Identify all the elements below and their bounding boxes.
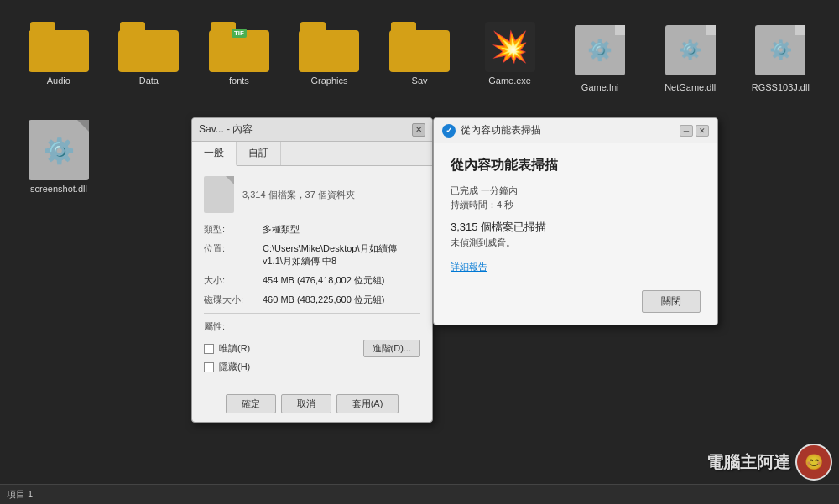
scan-titlebar-buttons: ─ ✕ [680,125,709,137]
folder-graphics-icon [299,22,359,72]
folder-data[interactable]: Data [107,15,191,99]
folder-data-label: Data [139,75,159,86]
prop-size-value: 454 MB (476,418,002 位元組) [263,274,420,287]
cancel-button[interactable]: 取消 [281,394,331,413]
scan-shield-icon: ✓ [442,124,456,138]
prop-location-label: 位置: [204,242,263,255]
scan-close-button-main[interactable]: 關閉 [642,290,701,313]
prop-location-value: C:\Users\Mike\Desktop\月如續傳v1.1\月如續傳 中8 [263,242,420,268]
scan-report-link[interactable]: 詳細報告 [451,262,487,272]
scan-minimize-button[interactable]: ─ [680,125,693,137]
folder-fonts[interactable]: TIF fonts [197,15,281,99]
status-text: 項目 1 [7,488,33,501]
prop-type-value: 多種類型 [263,223,420,236]
dialog-scan-title: 從內容功能表掃描 [461,123,680,138]
dialog-scan-body: 從內容功能表掃描 已完成 一分鐘內 持續時間：4 秒 3,315 個檔案已掃描 … [434,143,717,287]
folder-audio-label: Audio [47,75,70,86]
file-preview-desc: 3,314 個檔案，37 個資料夾 [242,189,355,201]
attr-readonly-label: 唯讀(R) [219,342,250,355]
prop-disk-size-value: 460 MB (483,225,600 位元組) [263,294,420,306]
prop-disk-size: 磁碟大小: 460 MB (483,225,600 位元組) [204,294,420,306]
attr-hidden-checkbox[interactable] [204,362,214,372]
scan-main-title: 從內容功能表掃描 [451,157,701,174]
rgss-dll-icon-bg: ⚙️ [755,25,805,75]
game-ini-icon-bg: ⚙️ [575,25,625,75]
watermark-text: 電腦主阿達 [706,451,790,474]
properties-table: 類型: 多種類型 位置: C:\Users\Mike\Desktop\月如續傳v… [204,223,420,306]
file-game-ini-label: Game.Ini [581,82,619,92]
file-rgss-dll-label: RGSS103J.dll [752,82,810,92]
folder-data-icon [118,22,179,72]
scan-completed-line: 已完成 一分鐘內 [451,184,701,197]
file-game-exe[interactable]: 💥 Game.exe [468,15,552,99]
ok-button[interactable]: 確定 [226,394,276,413]
folder-graphics-label: Graphics [310,75,347,86]
dialog-properties-footer: 確定 取消 套用(A) [192,387,432,422]
file-preview: 3,314 個檔案，37 個資料夾 [204,176,420,213]
folder-fonts-icon: TIF [209,22,269,72]
scan-close-button[interactable]: ✕ [696,125,709,137]
screenshot-dll-icon: ⚙️ [29,120,89,180]
file-netgame-dll[interactable]: ⚙️ NetGame.dll [649,15,732,99]
scan-count: 3,315 個檔案已掃描 [451,220,701,235]
dialog-properties-body: 3,314 個檔案，37 個資料夾 類型: 多種類型 位置: C:\Users\… [192,166,432,387]
prop-disk-size-label: 磁碟大小: [204,294,263,306]
attr-readonly-row: 唯讀(R) 進階(D)... [204,340,420,357]
file-preview-icon [204,176,234,213]
tab-general[interactable]: 一般 [192,142,237,166]
prop-type-label: 類型: [204,223,263,236]
tab-custom[interactable]: 自訂 [237,142,281,165]
folder-sav-label: Sav [412,75,428,86]
dialog-scan-titlebar: ✓ 從內容功能表掃描 ─ ✕ [434,118,717,143]
dialog-properties-tabs: 一般 自訂 [192,142,432,166]
dialog-properties: Sav... - 內容 ✕ 一般 自訂 3,314 個檔案，37 個資料夾 類型… [191,117,433,423]
attr-title-label: 屬性: [204,320,225,333]
netgame-dll-icon-bg: ⚙️ [665,25,716,75]
game-ini-icon: ⚙️ [575,22,625,79]
file-game-ini[interactable]: ⚙️ Game.Ini [558,15,642,99]
attr-title-row: 屬性: [204,320,420,336]
folder-sav[interactable]: Sav [378,15,461,99]
dialog-properties-title: Sav... - 內容 [199,122,253,137]
prop-location: 位置: C:\Users\Mike\Desktop\月如續傳v1.1\月如續傳 … [204,242,420,268]
dialog-properties-titlebar: Sav... - 內容 ✕ [192,118,432,142]
netgame-dll-icon: ⚙️ [665,22,716,79]
watermark: 電腦主阿達 😊 [706,444,832,481]
file-screenshot-dll-label: screenshot.dll [30,184,87,194]
folder-sav-icon [389,22,450,72]
prop-size: 大小: 454 MB (476,418,002 位元組) [204,274,420,287]
files-row-1: Audio Data TIF fonts Graphics [8,8,831,106]
status-bar: 項目 1 [0,484,839,504]
folder-fonts-label: fonts [229,75,249,86]
scan-safe: 未偵測到威脅。 [451,236,701,249]
apply-button[interactable]: 套用(A) [336,394,399,413]
dialog-scan: ✓ 從內容功能表掃描 ─ ✕ 從內容功能表掃描 已完成 一分鐘內 持續時間：4 … [433,117,718,325]
game-exe-icon: 💥 [485,22,535,72]
folder-audio-icon [29,22,89,72]
dialog-properties-close[interactable]: ✕ [412,123,425,137]
files-row-2: ⚙️ screenshot.dll [8,110,109,204]
attr-hidden-row: 隱藏(H) [204,361,420,373]
prop-type: 類型: 多種類型 [204,223,420,236]
watermark-logo: 😊 [795,444,832,481]
advanced-button[interactable]: 進階(D)... [363,340,420,357]
attributes-section: 屬性: 唯讀(R) 進階(D)... 隱藏(H) [204,320,420,373]
file-rgss-dll[interactable]: ⚙️ RGSS103J.dll [739,15,823,99]
attr-readonly-checkbox[interactable] [204,344,214,354]
folder-graphics[interactable]: Graphics [288,15,372,99]
file-game-exe-label: Game.exe [488,75,531,86]
file-screenshot-dll[interactable]: ⚙️ screenshot.dll [17,113,101,200]
rgss-dll-icon: ⚙️ [755,22,805,79]
file-netgame-dll-label: NetGame.dll [664,82,716,92]
attr-hidden-label: 隱藏(H) [219,361,250,373]
scan-duration-line: 持續時間：4 秒 [451,199,701,211]
folder-audio[interactable]: Audio [17,15,101,99]
tif-badge: TIF [232,29,247,38]
dialog-scan-footer: 關閉 [434,287,717,325]
prop-size-label: 大小: [204,274,263,287]
